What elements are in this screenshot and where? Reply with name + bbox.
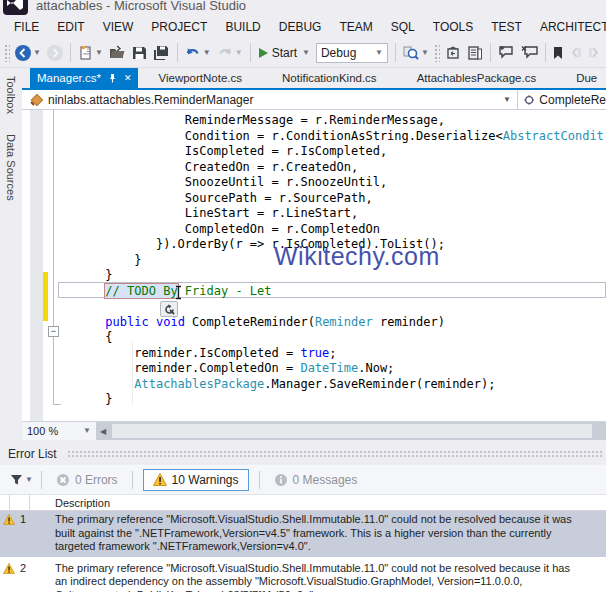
member-dropdown[interactable]: CompleteRe bbox=[518, 90, 606, 109]
error-list-header[interactable]: Error List bbox=[0, 442, 606, 465]
code-line-5[interactable]: SnoozeUntil = r.SnoozeUntil, bbox=[62, 175, 604, 191]
tab-label: Manager.cs* bbox=[37, 72, 101, 84]
navigate-back-button[interactable]: ▼ bbox=[13, 44, 43, 62]
menu-build[interactable]: BUILD bbox=[216, 17, 269, 37]
code-line-7[interactable]: LineStart = r.LineStart, bbox=[62, 206, 604, 222]
code-token: ReminderMessage = r.ReminderMessage, bbox=[62, 113, 445, 127]
messages-filter-toggle[interactable]: 0 Messages bbox=[268, 470, 364, 490]
save-all-button[interactable] bbox=[151, 44, 172, 62]
scroll-left-arrow-icon[interactable]: ◀ bbox=[96, 422, 110, 440]
bookmark-button[interactable] bbox=[551, 45, 565, 61]
remove-comment-icon bbox=[521, 45, 538, 60]
filter-dropdown-caret[interactable]: ▼ bbox=[25, 476, 33, 484]
toolbar-grip-handle-2[interactable] bbox=[434, 44, 440, 62]
tab-label: Due bbox=[576, 72, 597, 84]
redo-button[interactable]: ▼ bbox=[215, 44, 245, 62]
editor-zoom-combobox[interactable]: 100 % ▼ bbox=[22, 422, 96, 440]
tab-notificationkind-cs[interactable]: NotificationKind.cs bbox=[262, 68, 397, 88]
tab-manager-cs-[interactable]: Manager.cs*✕ bbox=[30, 68, 138, 88]
add-comment-button[interactable] bbox=[496, 44, 517, 61]
start-dropdown-caret[interactable]: ▼ bbox=[302, 49, 310, 57]
menu-sql[interactable]: SQL bbox=[382, 17, 424, 37]
error-list-row[interactable]: 1The primary reference "Microsoft.Visual… bbox=[0, 511, 606, 557]
next-bookmark-icon bbox=[588, 46, 601, 59]
tab-due[interactable]: Due bbox=[556, 68, 606, 88]
error-list-row[interactable]: 2The primary reference "Microsoft.Visual… bbox=[0, 560, 606, 592]
horizontal-scrollbar[interactable]: ◀ bbox=[96, 422, 606, 440]
code-line-16[interactable]: reminder.IsCompleted = true; bbox=[62, 346, 604, 362]
code-token: true bbox=[300, 346, 329, 360]
description-column-header[interactable]: Description bbox=[30, 495, 110, 510]
menu-debug[interactable]: DEBUG bbox=[270, 17, 331, 37]
collapse-region-button[interactable]: − bbox=[48, 326, 59, 337]
find-in-files-button[interactable]: ▼ bbox=[401, 44, 431, 62]
type-dropdown[interactable]: ninlabs.attachables.ReminderManager ▼ bbox=[22, 90, 517, 109]
prev-bookmark-button[interactable] bbox=[567, 45, 584, 60]
open-file-button[interactable] bbox=[107, 44, 128, 62]
horizontal-scrollbar-thumb[interactable] bbox=[112, 424, 592, 438]
code-token: reminder.IsCompleted = bbox=[62, 346, 300, 360]
new-file-dropdown-caret[interactable]: ▼ bbox=[95, 49, 103, 57]
type-dropdown-caret[interactable]: ▼ bbox=[503, 95, 511, 104]
errors-filter-toggle[interactable]: 0 Errors bbox=[50, 470, 124, 490]
menu-tools[interactable]: TOOLS bbox=[424, 17, 482, 37]
solution-config-combobox[interactable]: Debug ▼ bbox=[316, 43, 388, 63]
navigate-forward-button[interactable] bbox=[45, 44, 65, 62]
menu-team[interactable]: TEAM bbox=[330, 17, 381, 37]
smart-tag-button[interactable] bbox=[160, 301, 178, 317]
code-line-15[interactable]: { bbox=[62, 330, 604, 346]
tab-attachablespackage-cs[interactable]: AttachablesPackage.cs bbox=[397, 68, 557, 88]
tab-viewportnote-cs[interactable]: ViewportNote.cs bbox=[138, 68, 262, 88]
undo-arrow-icon bbox=[185, 45, 201, 61]
code-line-17[interactable]: reminder.CompletedOn = DateTime.Now; bbox=[62, 361, 604, 377]
code-line-2[interactable]: Condition = r.ConditionAsString.Deserial… bbox=[62, 129, 604, 145]
undo-dropdown-caret[interactable]: ▼ bbox=[203, 49, 211, 57]
start-debug-button[interactable]: Start ▼ bbox=[256, 45, 312, 61]
code-line-1[interactable]: ReminderMessage = r.ReminderMessage, bbox=[62, 113, 604, 129]
navigate-backward-doc-button[interactable] bbox=[443, 44, 463, 62]
code-line-13[interactable] bbox=[62, 299, 604, 315]
code-line-14[interactable]: public void CompleteReminder(Reminder re… bbox=[62, 315, 604, 331]
properties-window-button[interactable] bbox=[465, 44, 485, 62]
back-dropdown-caret[interactable]: ▼ bbox=[33, 49, 41, 57]
code-line-6[interactable]: SourcePath = r.SourcePath, bbox=[62, 191, 604, 207]
toolbar-grip-handle[interactable] bbox=[4, 44, 10, 62]
error-list-column-header[interactable]: Description bbox=[0, 495, 606, 511]
code-line-3[interactable]: IsCompleted = r.IsCompleted, bbox=[62, 144, 604, 160]
code-editor[interactable]: ReminderMessage = r.ReminderMessage, Con… bbox=[22, 110, 606, 421]
menu-view[interactable]: VIEW bbox=[94, 17, 143, 37]
code-line-4[interactable]: CreatedOn = r.CreatedOn, bbox=[62, 160, 604, 176]
error-circle-icon bbox=[56, 473, 70, 487]
find-dropdown-caret[interactable]: ▼ bbox=[421, 49, 429, 57]
code-line-12[interactable]: // TODO By Friday - Let bbox=[62, 284, 604, 300]
menu-architecture[interactable]: ARCHITECTURE bbox=[531, 17, 606, 37]
code-line-19[interactable]: } bbox=[62, 392, 604, 408]
code-token: AttachablesPackage bbox=[134, 377, 264, 391]
redo-dropdown-caret[interactable]: ▼ bbox=[235, 49, 243, 57]
title-bar: attachables - Microsoft Visual Studio bbox=[0, 0, 606, 15]
code-token: } bbox=[62, 268, 113, 282]
menu-file[interactable]: FILE bbox=[5, 17, 48, 37]
indicator-margin[interactable] bbox=[30, 110, 43, 421]
save-button[interactable] bbox=[130, 44, 149, 62]
menu-project[interactable]: PROJECT bbox=[142, 17, 216, 37]
close-icon[interactable]: ✕ bbox=[124, 73, 132, 83]
side-tab-data-sources[interactable]: Data Sources bbox=[5, 128, 17, 207]
code-line-8[interactable]: CompletedOn = r.CompletedOn bbox=[62, 222, 604, 238]
warning-triangle-icon bbox=[3, 514, 15, 529]
menu-test[interactable]: TEST bbox=[482, 17, 531, 37]
row-number: 1 bbox=[20, 513, 26, 527]
next-bookmark-button[interactable] bbox=[586, 45, 603, 60]
track-changes-bar bbox=[43, 272, 48, 321]
code-line-18[interactable]: AttachablesPackage.Manager.SaveReminder(… bbox=[62, 377, 604, 393]
side-tab-toolbox[interactable]: Toolbox bbox=[5, 70, 17, 120]
pin-icon[interactable] bbox=[108, 73, 117, 83]
filter-button[interactable]: ▼ bbox=[10, 473, 33, 486]
undo-button[interactable]: ▼ bbox=[183, 44, 213, 62]
remove-comment-button[interactable] bbox=[519, 44, 540, 61]
watermark-text: Wikitechy.com bbox=[274, 242, 440, 271]
menu-edit[interactable]: EDIT bbox=[48, 17, 93, 37]
panel-drag-texture[interactable] bbox=[67, 450, 604, 457]
new-file-button[interactable]: ▼ bbox=[76, 44, 105, 62]
warnings-filter-toggle[interactable]: 10 Warnings bbox=[143, 469, 249, 491]
